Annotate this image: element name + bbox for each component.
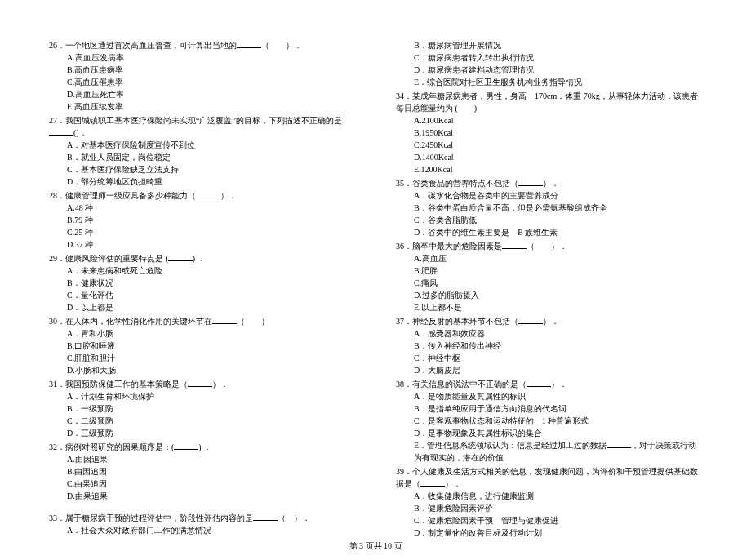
question-text: 36．脑卒中最大的危险因素是（ ）． [396,240,702,252]
question-text: 38．有关信息的说法中不正确的是（）． [396,378,702,390]
question-text: 35．谷类食品的营养特点不包括（）． [396,177,702,189]
choice-d: D.由果追果 [49,490,355,502]
choice-a: A.高血压 [396,252,702,264]
question-33: 33．属于糖尿病干预的过程评估中，阶段性评估内容的是（ ）． A．社会大众对政府… [49,512,355,536]
question-39: 39．个人健康及生活方式相关的信息，发现健康问题，为评价和干预管理提供基础数据是… [396,465,702,539]
choice-b: B．健康危险因素评价 [396,502,702,514]
question-text: 29．健康风险评估的重要特点是 () ． [49,252,355,264]
question-30: 30．在人体内，化学性消化作用的关键环节在（ ） A．胃和小肠 B.口腔和唾液 … [49,315,355,376]
choice-a: A.由因追果 [49,453,355,465]
question-27: 27．我国城镇职工基本医疗保险尚未实现“广泛覆盖”的目标，下列描述不正确的是()… [49,114,355,188]
page-content: 26．一个地区通过首次高血压普查，可计算出当地的（ ）． A.高血压发病率 B.… [0,0,751,557]
choice-a: A．感受器和效应器 [396,327,702,340]
choice-b: B．糖尿病管理开展情况 [396,39,702,51]
question-28: 28．健康管理师一级应具备多少种能力（）． A.48 种 B.79 种 C.25… [49,189,355,251]
choice-d: D．糖尿病患者建档动态管理情况 [396,64,702,76]
choice-b: B．健康状况 [49,277,355,289]
choice-d: D．是事物现象及其属性标识的集合 [396,427,702,439]
choice-b: B．就业人员固定，岗位稳定 [49,151,355,163]
choice-a: A.高血压发病率 [49,51,355,64]
question-text: 39．个人健康及生活方式相关的信息，发现健康问题，为评价和干预管理提供基础数据是… [396,465,702,490]
question-text: 30．在人体内，化学性消化作用的关键环节在（ ） [49,315,355,327]
choice-b: B．谷类中蛋白质含量不高，但是必需氨基酸组成齐全 [396,202,702,214]
question-36: 36．脑卒中最大的危险因素是（ ）． A.高血压 B.肥胖 C.痛风 D.过多的… [396,240,702,313]
right-column: B．糖尿病管理开展情况 C．糖尿病患者转入转出执行情况 D．糖尿病患者建档动态管… [396,39,702,540]
choice-a: A．是物质能量及其属性的标识 [396,390,702,402]
choice-c: C．基本医疗保险缺乏立法支持 [49,163,355,176]
choice-d: D．三级预防 [49,427,355,439]
question-text: 26．一个地区通过首次高血压普查，可计算出当地的（ ）． [49,39,355,51]
question-34: 34．某成年糖尿病患者，男性，身高 170cm．体重 70kg，从事轻体力活动．… [396,90,702,176]
question-text: 34．某成年糖尿病患者，男性，身高 170cm．体重 70kg，从事轻体力活动．… [396,90,702,114]
choice-c: C．健康危险因素干预 管理与健康促进 [396,514,702,527]
choice-c: C．量化评估 [49,289,355,301]
page-footer: 第 3 页共 10 页 [0,540,751,552]
question-26: 26．一个地区通过首次高血压普查，可计算出当地的（ ）． A.高血压发病率 B.… [49,39,355,113]
question-35: 35．谷类食品的营养特点不包括（）． A．碳水化合物是谷类中的主要营养成分 B．… [396,177,702,238]
choice-d: D.高血压死亡率 [49,88,355,100]
question-text: 27．我国城镇职工基本医疗保险尚未实现“广泛覆盖”的目标，下列描述不正确的是()… [49,114,355,139]
choice-c: C．谷类含脂肪低 [396,214,702,226]
left-column: 26．一个地区通过首次高血压普查，可计算出当地的（ ）． A.高血压发病率 B.… [49,39,355,540]
choice-b: B.1950Kcal [396,127,702,139]
choice-a: A．碳水化合物是谷类中的主要营养成分 [396,189,702,202]
choice-c: C.痛风 [396,277,702,289]
question-37: 37．神经反射的基本环节不包括（）． A．感受器和效应器 B．传入神经和传出神经… [396,315,702,376]
choice-d: D．部分统筹地区负担畸重 [49,176,355,188]
choice-a: A.48 种 [49,202,355,214]
choice-e: E.1200Kcal [396,163,702,176]
question-text: 33．属于糖尿病干预的过程评估中，阶段性评估内容的是（ ）． [49,512,355,524]
choice-b: B.高血压患病率 [49,64,355,76]
choice-b: B.肥胖 [396,264,702,277]
choice-b: B.由因追因 [49,465,355,478]
choice-c: C.25 种 [49,226,355,238]
choice-a: A.2100Kcal [396,114,702,127]
choice-e: E.高血压续发率 [49,100,355,113]
choice-c: C.高血压罹患率 [49,76,355,88]
choice-b: B.口腔和唾液 [49,340,355,352]
choice-c: C．神经中枢 [396,352,702,364]
choice-d: D．制定量化的改善目标及行动计划 [396,527,702,539]
choice-e: E．管理信息系统领域认为：信息是经过加工过的数据，对于决策或行动为有现实的，潜在… [396,439,702,464]
question-29: 29．健康风险评估的重要特点是 () ． A．未来患病和或死亡危险 B．健康状况… [49,252,355,313]
choice-c: C．二级预防 [49,415,355,427]
question-31: 31．我国预防保健工作的基本策略是（）． A．计划生育和环境保护 B．一级预防 … [49,378,355,439]
choice-d: D.37 种 [49,238,355,251]
choice-b: B.79 种 [49,214,355,226]
choice-a: A．对基本医疗保险制度宣传不到位 [49,139,355,151]
choice-d: D.过多的脂肪摄入 [396,289,702,301]
choice-d: D．大脑皮层 [396,364,702,376]
question-32: 32．病例对照研究的因果顺序是：() ． A.由因追果 B.由因追因 C.由果追… [49,441,355,502]
choice-e: E．综合医院对社区卫生服务机构业务指导情况 [396,76,702,88]
choice-c: C．糖尿病患者转入转出执行情况 [396,51,702,64]
choice-a: A．社会大众对政府部门工作的满意情况 [49,524,355,536]
choice-d: D．谷类中的维生素主要是 B 族维生素 [396,226,702,238]
choice-e: E.以上都不是 [396,301,702,313]
choice-a: A．收集健康信息，进行健康监测 [396,490,702,502]
question-33-continued: B．糖尿病管理开展情况 C．糖尿病患者转入转出执行情况 D．糖尿病患者建档动态管… [396,39,702,88]
choice-a: A．计划生育和环境保护 [49,390,355,402]
choice-d: D.小肠和大肠 [49,364,355,376]
choice-d: D．以上都是 [49,301,355,313]
question-text: 31．我国预防保健工作的基本策略是（）． [49,378,355,390]
choice-a: A．未来患病和或死亡危险 [49,264,355,277]
choice-b: B．是指单纯应用于通信方向消息的代名词 [396,402,702,415]
choice-d: D.1400Kcal [396,151,702,163]
choice-b: B．一级预防 [49,402,355,415]
choice-c: C.2450Kcal [396,139,702,151]
choice-a: A．胃和小肠 [49,327,355,340]
question-38: 38．有关信息的说法中不正确的是（）． A．是物质能量及其属性的标识 B．是指单… [396,378,702,464]
question-text: 32．病例对照研究的因果顺序是：() ． [49,441,355,453]
choice-c: C.肝脏和胆汁 [49,352,355,364]
choice-c: C.由果追因 [49,478,355,490]
question-text: 28．健康管理师一级应具备多少种能力（）． [49,189,355,202]
choice-b: B．传入神经和传出神经 [396,340,702,352]
choice-c: C．是客观事物状态和运动特征的 1 种普遍形式 [396,415,702,427]
question-text: 37．神经反射的基本环节不包括（）． [396,315,702,327]
